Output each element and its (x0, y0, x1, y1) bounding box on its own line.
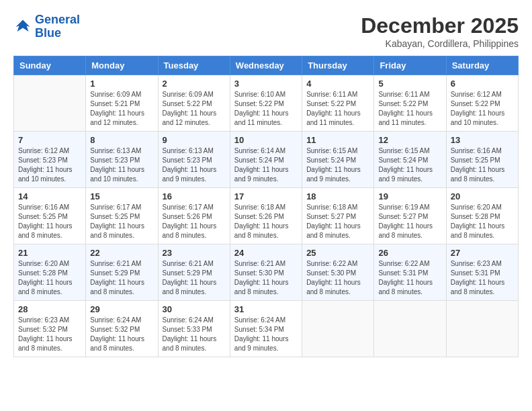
calendar-cell: 4Sunrise: 6:11 AM Sunset: 5:22 PM Daylig… (302, 75, 374, 132)
day-number: 11 (306, 135, 369, 145)
day-number: 15 (90, 191, 153, 201)
calendar-cell: 31Sunrise: 6:24 AM Sunset: 5:34 PM Dayli… (230, 301, 302, 357)
calendar-cell: 3Sunrise: 6:10 AM Sunset: 5:22 PM Daylig… (230, 75, 302, 132)
calendar-cell: 24Sunrise: 6:21 AM Sunset: 5:30 PM Dayli… (230, 244, 302, 301)
day-number: 22 (90, 248, 153, 258)
day-info: Sunrise: 6:21 AM Sunset: 5:29 PM Dayligh… (163, 259, 226, 297)
location-subtitle: Kabayan, Cordillera, Philippines (361, 38, 519, 49)
calendar-cell: 1Sunrise: 6:09 AM Sunset: 5:21 PM Daylig… (86, 75, 158, 132)
day-number: 17 (234, 191, 298, 201)
day-info: Sunrise: 6:15 AM Sunset: 5:24 PM Dayligh… (306, 146, 369, 184)
calendar-cell: 18Sunrise: 6:18 AM Sunset: 5:27 PM Dayli… (302, 188, 374, 244)
calendar-cell: 20Sunrise: 6:20 AM Sunset: 5:28 PM Dayli… (446, 188, 518, 244)
calendar-cell (374, 301, 446, 357)
day-info: Sunrise: 6:11 AM Sunset: 5:22 PM Dayligh… (306, 90, 369, 128)
day-info: Sunrise: 6:11 AM Sunset: 5:22 PM Dayligh… (378, 90, 441, 128)
calendar-cell: 29Sunrise: 6:24 AM Sunset: 5:32 PM Dayli… (86, 301, 158, 357)
calendar-cell: 19Sunrise: 6:19 AM Sunset: 5:27 PM Dayli… (374, 188, 446, 244)
day-info: Sunrise: 6:20 AM Sunset: 5:28 PM Dayligh… (18, 259, 81, 297)
calendar-cell: 15Sunrise: 6:17 AM Sunset: 5:25 PM Dayli… (86, 188, 158, 244)
weekday-header-friday: Friday (374, 56, 446, 75)
day-info: Sunrise: 6:19 AM Sunset: 5:27 PM Dayligh… (378, 203, 441, 240)
day-number: 1 (90, 79, 153, 89)
day-info: Sunrise: 6:10 AM Sunset: 5:22 PM Dayligh… (234, 90, 298, 128)
day-number: 7 (18, 135, 81, 145)
day-number: 12 (378, 135, 441, 145)
calendar-week-row: 7Sunrise: 6:12 AM Sunset: 5:23 PM Daylig… (14, 132, 519, 188)
calendar-week-row: 28Sunrise: 6:23 AM Sunset: 5:32 PM Dayli… (14, 301, 519, 357)
page-header: General Blue December 2025 Kabayan, Cord… (13, 13, 519, 49)
day-number: 3 (234, 79, 298, 89)
day-number: 30 (163, 304, 226, 314)
logo-icon (13, 17, 32, 36)
day-number: 21 (18, 248, 81, 258)
day-number: 4 (306, 79, 369, 89)
day-number: 19 (378, 191, 441, 201)
weekday-header-tuesday: Tuesday (158, 56, 230, 75)
weekday-header-sunday: Sunday (14, 56, 86, 75)
day-number: 26 (378, 248, 441, 258)
day-info: Sunrise: 6:17 AM Sunset: 5:26 PM Dayligh… (163, 203, 226, 240)
day-number: 31 (234, 304, 298, 314)
weekday-header-saturday: Saturday (446, 56, 518, 75)
day-number: 18 (306, 191, 369, 201)
calendar-cell: 13Sunrise: 6:16 AM Sunset: 5:25 PM Dayli… (446, 132, 518, 188)
day-info: Sunrise: 6:12 AM Sunset: 5:22 PM Dayligh… (451, 90, 514, 128)
day-info: Sunrise: 6:13 AM Sunset: 5:23 PM Dayligh… (163, 146, 226, 184)
calendar-week-row: 1Sunrise: 6:09 AM Sunset: 5:21 PM Daylig… (14, 75, 519, 132)
calendar-cell: 28Sunrise: 6:23 AM Sunset: 5:32 PM Dayli… (14, 301, 86, 357)
calendar-table: SundayMondayTuesdayWednesdayThursdayFrid… (13, 56, 519, 357)
title-block: December 2025 Kabayan, Cordillera, Phili… (361, 13, 519, 49)
day-info: Sunrise: 6:24 AM Sunset: 5:33 PM Dayligh… (163, 316, 226, 353)
calendar-cell: 26Sunrise: 6:22 AM Sunset: 5:31 PM Dayli… (374, 244, 446, 301)
day-number: 24 (234, 248, 298, 258)
day-info: Sunrise: 6:17 AM Sunset: 5:25 PM Dayligh… (90, 203, 153, 240)
day-info: Sunrise: 6:13 AM Sunset: 5:23 PM Dayligh… (90, 146, 153, 184)
day-info: Sunrise: 6:16 AM Sunset: 5:25 PM Dayligh… (18, 203, 81, 240)
day-info: Sunrise: 6:24 AM Sunset: 5:32 PM Dayligh… (90, 316, 153, 353)
day-info: Sunrise: 6:16 AM Sunset: 5:25 PM Dayligh… (451, 146, 514, 184)
day-number: 2 (163, 79, 226, 89)
calendar-cell: 9Sunrise: 6:13 AM Sunset: 5:23 PM Daylig… (158, 132, 230, 188)
day-number: 29 (90, 304, 153, 314)
calendar-week-row: 14Sunrise: 6:16 AM Sunset: 5:25 PM Dayli… (14, 188, 519, 244)
calendar-cell (302, 301, 374, 357)
day-number: 23 (163, 248, 226, 258)
calendar-cell (14, 75, 86, 132)
day-info: Sunrise: 6:22 AM Sunset: 5:30 PM Dayligh… (306, 259, 369, 297)
calendar-cell: 21Sunrise: 6:20 AM Sunset: 5:28 PM Dayli… (14, 244, 86, 301)
calendar-cell: 23Sunrise: 6:21 AM Sunset: 5:29 PM Dayli… (158, 244, 230, 301)
day-info: Sunrise: 6:18 AM Sunset: 5:26 PM Dayligh… (234, 203, 298, 240)
calendar-cell: 16Sunrise: 6:17 AM Sunset: 5:26 PM Dayli… (158, 188, 230, 244)
weekday-header-thursday: Thursday (302, 56, 374, 75)
calendar-cell: 2Sunrise: 6:09 AM Sunset: 5:22 PM Daylig… (158, 75, 230, 132)
day-info: Sunrise: 6:18 AM Sunset: 5:27 PM Dayligh… (306, 203, 369, 240)
calendar-cell: 14Sunrise: 6:16 AM Sunset: 5:25 PM Dayli… (14, 188, 86, 244)
calendar-cell (446, 301, 518, 357)
weekday-header-wednesday: Wednesday (230, 56, 302, 75)
logo-line2: Blue (35, 26, 61, 40)
calendar-cell: 22Sunrise: 6:21 AM Sunset: 5:29 PM Dayli… (86, 244, 158, 301)
day-number: 8 (90, 135, 153, 145)
day-number: 14 (18, 191, 81, 201)
day-number: 27 (451, 248, 514, 258)
day-info: Sunrise: 6:20 AM Sunset: 5:28 PM Dayligh… (451, 203, 514, 240)
day-info: Sunrise: 6:23 AM Sunset: 5:32 PM Dayligh… (18, 316, 81, 353)
day-number: 10 (234, 135, 298, 145)
weekday-header-monday: Monday (86, 56, 158, 75)
day-info: Sunrise: 6:21 AM Sunset: 5:29 PM Dayligh… (90, 259, 153, 297)
day-info: Sunrise: 6:09 AM Sunset: 5:21 PM Dayligh… (90, 90, 153, 128)
calendar-cell: 11Sunrise: 6:15 AM Sunset: 5:24 PM Dayli… (302, 132, 374, 188)
calendar-cell: 5Sunrise: 6:11 AM Sunset: 5:22 PM Daylig… (374, 75, 446, 132)
day-number: 28 (18, 304, 81, 314)
day-number: 25 (306, 248, 369, 258)
day-info: Sunrise: 6:24 AM Sunset: 5:34 PM Dayligh… (234, 316, 298, 353)
day-number: 6 (451, 79, 514, 89)
svg-marker-0 (16, 19, 30, 32)
day-number: 5 (378, 79, 441, 89)
day-number: 20 (451, 191, 514, 201)
calendar-cell: 17Sunrise: 6:18 AM Sunset: 5:26 PM Dayli… (230, 188, 302, 244)
day-info: Sunrise: 6:15 AM Sunset: 5:24 PM Dayligh… (378, 146, 441, 184)
day-number: 13 (451, 135, 514, 145)
calendar-cell: 12Sunrise: 6:15 AM Sunset: 5:24 PM Dayli… (374, 132, 446, 188)
